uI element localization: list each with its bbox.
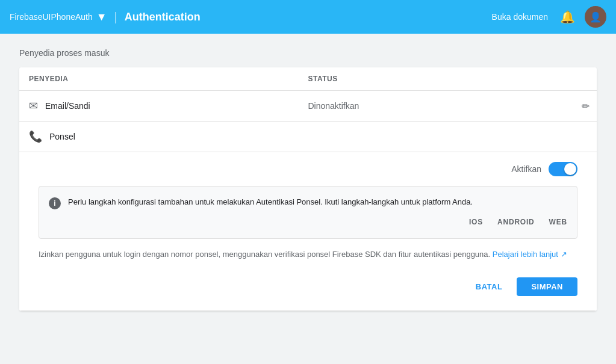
cancel-button[interactable]: BATAL — [466, 277, 512, 296]
platform-android[interactable]: ANDROID — [497, 215, 535, 229]
description-text: Izinkan pengguna untuk login dengan nomo… — [39, 248, 577, 261]
info-text: Perlu langkah konfigurasi tambahan untuk… — [68, 196, 567, 208]
phone-icon: 📞 — [29, 130, 42, 143]
email-icon: ✉ — [29, 99, 38, 113]
docs-link[interactable]: Buka dokumen — [492, 12, 548, 22]
toggle-knob — [564, 163, 576, 175]
bell-icon[interactable]: 🔔 — [560, 10, 575, 24]
provider-cell-email: ✉ Email/Sandi — [29, 99, 308, 113]
project-selector[interactable]: FirebaseUIPhoneAuth ▼ — [10, 11, 107, 23]
status-cell-email: Dinonaktifkan — [308, 101, 588, 111]
info-icon: i — [49, 197, 61, 209]
section-title: Penyedia proses masuk — [19, 48, 597, 58]
save-button[interactable]: SIMPAN — [517, 277, 577, 296]
main-content: Penyedia proses masuk Penyedia Status ✉ … — [0, 34, 616, 325]
table-row[interactable]: ✉ Email/Sandi Dinonaktifkan ✏ — [19, 91, 597, 122]
learn-more-text: Pelajari lebih lanjut — [493, 250, 558, 259]
page-title: Authentication — [125, 11, 201, 23]
avatar[interactable]: 👤 — [585, 6, 606, 28]
platform-ios[interactable]: iOS — [469, 215, 483, 229]
activate-row: Aktifkan — [39, 162, 577, 176]
header-divider: | — [114, 10, 117, 24]
activate-toggle[interactable] — [549, 162, 577, 176]
info-box: i Perlu langkah konfigurasi tambahan unt… — [39, 186, 577, 239]
external-link-icon: ↗ — [561, 250, 567, 259]
platform-buttons: iOS ANDROID WEB — [68, 215, 567, 229]
providers-table: Penyedia Status ✉ Email/Sandi Dinonaktif… — [19, 67, 597, 311]
col-status: Status — [308, 75, 588, 83]
app-header: FirebaseUIPhoneAuth ▼ | Authentication B… — [0, 0, 616, 34]
ponsel-label: Ponsel — [49, 132, 75, 141]
activate-label: Aktifkan — [511, 164, 541, 174]
provider-name-email: Email/Sandi — [45, 101, 90, 111]
ponsel-row-header: 📞 Ponsel — [19, 122, 597, 152]
project-name: FirebaseUIPhoneAuth — [10, 12, 93, 22]
learn-more-link[interactable]: Pelajari lebih lanjut ↗ — [493, 250, 567, 259]
platform-web[interactable]: WEB — [549, 215, 567, 229]
main-scroll-area: Penyedia proses masuk Penyedia Status ✉ … — [0, 34, 616, 364]
description-main: Izinkan pengguna untuk login dengan nomo… — [39, 250, 490, 259]
chevron-down-icon: ▼ — [96, 11, 107, 23]
footer-buttons: BATAL SIMPAN — [39, 273, 577, 296]
edit-icon[interactable]: ✏ — [582, 100, 590, 112]
col-provider: Penyedia — [29, 75, 308, 83]
expanded-panel: Aktifkan i Perlu langkah konfigurasi tam… — [19, 152, 597, 311]
info-content: Perlu langkah konfigurasi tambahan untuk… — [68, 196, 567, 229]
ponsel-row[interactable]: 📞 Ponsel — [19, 122, 597, 152]
table-header: Penyedia Status — [19, 67, 597, 91]
